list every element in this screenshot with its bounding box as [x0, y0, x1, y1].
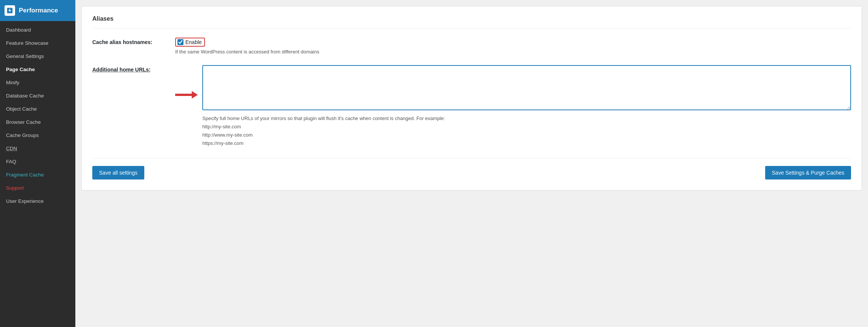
- sidebar-item-feature-showcase[interactable]: Feature Showcase: [0, 37, 75, 50]
- enable-checkbox-wrapper: Enable: [175, 38, 205, 47]
- sidebar-item-page-cache[interactable]: Page Cache: [0, 63, 75, 76]
- cache-alias-row: Cache alias hostnames: Enable If the sam…: [92, 38, 851, 55]
- sidebar-item-user-experience[interactable]: User Experience: [0, 195, 75, 208]
- textarea-help-line1: Specify full home URLs of your mirrors s…: [202, 116, 445, 121]
- cache-alias-control: Enable If the same WordPress content is …: [175, 38, 851, 55]
- main-content: Aliases Cache alias hostnames: Enable If…: [75, 0, 868, 327]
- performance-icon: [5, 5, 15, 16]
- textarea-help-line4: https://my-site.com: [202, 140, 243, 146]
- sidebar-item-support[interactable]: Support: [0, 181, 75, 195]
- sidebar-nav: Dashboard Feature Showcase General Setti…: [0, 21, 75, 210]
- textarea-help: Specify full home URLs of your mirrors s…: [202, 114, 851, 148]
- textarea-help-line3: http://www.my-site.com: [202, 132, 253, 138]
- svg-marker-2: [192, 91, 198, 99]
- button-row: Save all settings Save Settings & Purge …: [92, 158, 851, 179]
- textarea-row: Specify full home URLs of your mirrors s…: [175, 65, 851, 148]
- enable-label[interactable]: Enable: [185, 39, 202, 45]
- cache-alias-helper: If the same WordPress content is accesse…: [175, 49, 851, 55]
- sidebar-header: Performance: [0, 0, 75, 21]
- sidebar-item-general-settings[interactable]: General Settings: [0, 50, 75, 63]
- home-urls-textarea[interactable]: [202, 65, 851, 110]
- save-purge-button[interactable]: Save Settings & Purge Caches: [765, 166, 851, 179]
- sidebar-item-database-cache[interactable]: Database Cache: [0, 89, 75, 102]
- sidebar-item-object-cache[interactable]: Object Cache: [0, 102, 75, 116]
- enable-row: Enable: [175, 38, 851, 47]
- sidebar-item-cache-groups[interactable]: Cache Groups: [0, 129, 75, 142]
- section-title: Aliases: [92, 15, 851, 29]
- sidebar-title: Performance: [19, 7, 58, 14]
- sidebar: Performance Dashboard Feature Showcase G…: [0, 0, 75, 327]
- additional-urls-row: Additional home URLs: Spe: [92, 65, 851, 148]
- cache-alias-checkbox[interactable]: [177, 39, 183, 45]
- textarea-wrapper: Specify full home URLs of your mirrors s…: [202, 65, 851, 148]
- arrow-icon: [175, 88, 198, 103]
- additional-urls-label: Additional home URLs:: [92, 65, 175, 73]
- save-all-button[interactable]: Save all settings: [92, 166, 144, 179]
- content-card: Aliases Cache alias hostnames: Enable If…: [81, 6, 862, 190]
- arrow-area: [175, 65, 202, 103]
- cache-alias-label: Cache alias hostnames:: [92, 38, 175, 45]
- sidebar-item-browser-cache[interactable]: Browser Cache: [0, 116, 75, 129]
- sidebar-item-faq[interactable]: FAQ: [0, 155, 75, 168]
- textarea-help-line2: http://my-site.com: [202, 124, 241, 129]
- sidebar-item-minify[interactable]: Minify: [0, 76, 75, 89]
- sidebar-item-dashboard[interactable]: Dashboard: [0, 23, 75, 37]
- sidebar-item-cdn[interactable]: CDN: [0, 142, 75, 155]
- additional-urls-label-text: Additional home URLs:: [92, 67, 151, 73]
- sidebar-item-fragment-cache[interactable]: Fragment Cache: [0, 168, 75, 181]
